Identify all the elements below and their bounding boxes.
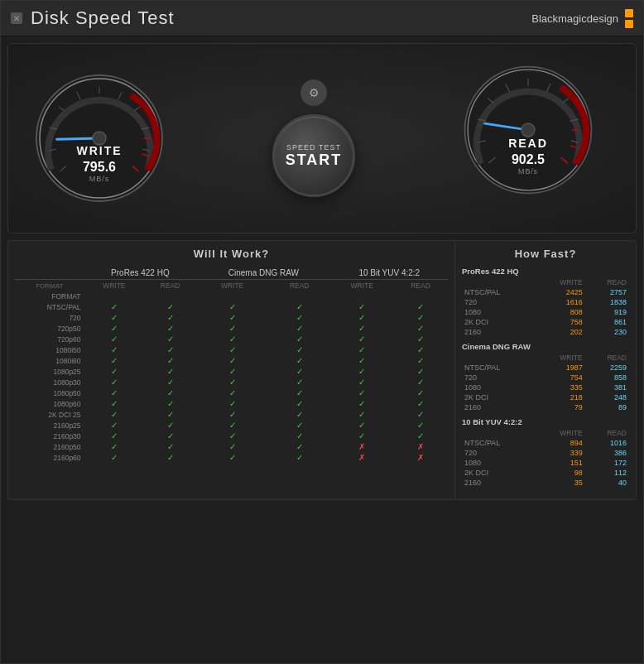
check-cell: ✓: [331, 355, 394, 366]
app-window: ✕ Disk Speed Test Blackmagicdesign: [0, 0, 644, 664]
format-cell: 1080i60: [15, 355, 84, 366]
check-cell: ✓: [144, 355, 196, 366]
fast-write-val: 151: [536, 458, 585, 468]
will-it-work-panel: Will It Work? ProRes 422 HQ Cinema DNG R…: [7, 240, 454, 500]
title-bar: ✕ Disk Speed Test Blackmagicdesign: [1, 1, 643, 36]
svg-point-40: [521, 123, 535, 137]
will-it-work-table: ProRes 422 HQ Cinema DNG RAW 10 Bit YUV …: [15, 267, 448, 463]
fast-format: 720: [462, 373, 536, 383]
fast-row: NTSC/PAL19872259: [462, 363, 629, 373]
fast-read-val: 89: [585, 402, 629, 412]
how-fast-panel: How Fast? ProRes 422 HQWRITEREADNTSC/PAL…: [454, 240, 637, 500]
check-cell: ✓: [268, 323, 331, 334]
check-cell: ✓: [196, 334, 268, 344]
format-col-header: [15, 267, 84, 280]
will-it-work-row: 2160p25✓✓✓✓✓✓: [15, 420, 448, 431]
will-it-work-row: 2160p50✓✓✓✓✗✗: [15, 441, 448, 452]
check-cell: ✓: [268, 355, 331, 366]
close-button[interactable]: ✕: [11, 12, 22, 24]
fast-read-val: 230: [585, 327, 629, 337]
start-button[interactable]: SPEED TEST START: [272, 114, 355, 197]
fast-read-val: 1016: [585, 438, 629, 448]
fast-section: Cinema DNG RAWWRITEREADNTSC/PAL198722597…: [462, 342, 629, 412]
start-button-line2: START: [286, 152, 343, 169]
fast-col-header: [462, 353, 536, 363]
fast-write-val: 754: [536, 373, 585, 383]
fast-write-val: 218: [536, 392, 585, 402]
fast-read-val: 386: [585, 448, 629, 458]
will-it-work-row: 1080p50✓✓✓✓✓✓: [15, 387, 448, 398]
settings-button[interactable]: ⚙: [300, 79, 327, 106]
check-cell: ✓: [84, 312, 144, 323]
fast-col-header: WRITE: [536, 428, 585, 438]
check-cell: ✓: [144, 409, 196, 420]
check-cell: ✓: [84, 366, 144, 377]
fast-section-title: ProRes 422 HQ: [462, 267, 629, 276]
fast-format: 2K DCI: [462, 317, 536, 327]
check-cell: ✓: [268, 377, 331, 387]
fast-row: 2160202230: [462, 327, 629, 337]
svg-text:MB/s: MB/s: [518, 167, 538, 176]
check-cell: ✓: [84, 387, 144, 398]
fast-read-val: 1838: [585, 297, 629, 307]
fast-section-title: Cinema DNG RAW: [462, 342, 629, 351]
fast-col-header: READ: [585, 277, 629, 287]
yuv-read-subheader: READ: [393, 280, 448, 292]
fast-write-val: 2425: [536, 287, 585, 297]
check-cell: ✓: [84, 452, 144, 463]
fast-write-val: 79: [536, 402, 585, 412]
fast-read-val: 2259: [585, 363, 629, 373]
write-gauge-container: WRITE 795.6 MB/s: [33, 72, 166, 204]
fast-row: 1080151172: [462, 458, 629, 468]
fast-row: 2K DCI758861: [462, 317, 629, 327]
fast-format: 2K DCI: [462, 392, 536, 402]
format-cell: 720p50: [15, 323, 84, 334]
fast-row: NTSC/PAL24252757: [462, 287, 629, 297]
check-cell: ✓: [196, 431, 268, 441]
format-cell: 1080p50: [15, 387, 84, 398]
format-cell: 1080i50: [15, 344, 84, 355]
fast-format: 1080: [462, 307, 536, 317]
fast-row: 2K DCI98112: [462, 468, 629, 478]
fast-row: 720339386: [462, 448, 629, 458]
cinemadng-header: Cinema DNG RAW: [196, 267, 330, 280]
check-cell: ✓: [331, 420, 394, 431]
check-cell: ✓: [393, 323, 448, 334]
format-cell: 2160p50: [15, 441, 84, 452]
will-it-work-row: 1080i60✓✓✓✓✓✓: [15, 355, 448, 366]
check-cell: ✓: [393, 409, 448, 420]
brand-dot-2: [625, 20, 633, 28]
check-cell: ✗: [393, 441, 448, 452]
fast-sections: ProRes 422 HQWRITEREADNTSC/PAL2425275772…: [462, 267, 629, 488]
check-cell: ✓: [144, 387, 196, 398]
fast-row: 720754858: [462, 373, 629, 383]
will-it-work-row: 2K DCI 25✓✓✓✓✓✓: [15, 409, 448, 420]
fast-table: WRITEREADNTSC/PAL24252757720161618381080…: [462, 277, 629, 337]
check-cell: ✓: [393, 355, 448, 366]
fast-format: 720: [462, 448, 536, 458]
fast-section: ProRes 422 HQWRITEREADNTSC/PAL2425275772…: [462, 267, 629, 337]
check-cell: ✓: [84, 344, 144, 355]
check-cell: ✓: [196, 301, 268, 312]
brand-name: Blackmagicdesign: [531, 12, 618, 25]
check-cell: ✓: [268, 301, 331, 312]
check-cell: ✓: [84, 334, 144, 344]
check-cell: ✓: [393, 366, 448, 377]
center-controls: ⚙ SPEED TEST START: [272, 79, 355, 197]
check-cell: ✓: [268, 452, 331, 463]
check-cell: ✗: [331, 441, 394, 452]
will-it-work-row: 1080i50✓✓✓✓✓✓: [15, 344, 448, 355]
check-cell: ✓: [144, 323, 196, 334]
check-cell: ✓: [144, 420, 196, 431]
check-cell: ✓: [331, 301, 394, 312]
will-it-work-row: 2160p30✓✓✓✓✓✓: [15, 431, 448, 441]
fast-section: 10 Bit YUV 4:2:2WRITEREADNTSC/PAL8941016…: [462, 417, 629, 488]
format-cell: 2160p30: [15, 431, 84, 441]
fast-format: 1080: [462, 458, 536, 468]
check-cell: ✓: [144, 398, 196, 409]
fast-write-val: 339: [536, 448, 585, 458]
brand-area: Blackmagicdesign: [531, 9, 633, 28]
fast-write-val: 894: [536, 438, 585, 448]
check-cell: ✓: [331, 323, 394, 334]
fast-format: NTSC/PAL: [462, 287, 536, 297]
